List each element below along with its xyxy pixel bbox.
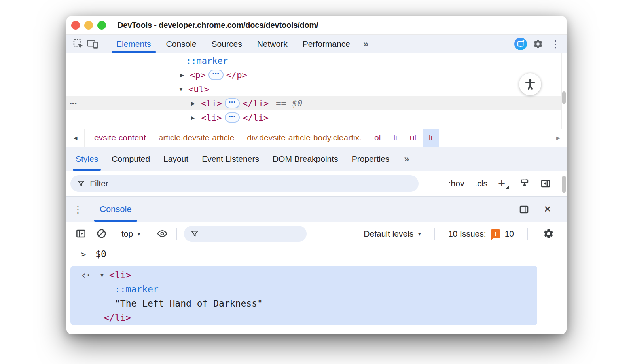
- tree-row-li-selected[interactable]: ••• ▶ <li> ••• </li> == $0: [66, 96, 567, 110]
- marker-pseudo-element[interactable]: ::marker: [115, 284, 159, 294]
- console-result-block[interactable]: ‹· ▼ <li> ::marker "The Left Hand of Dar…: [70, 266, 537, 325]
- collapsed-content-icon[interactable]: •••: [225, 112, 240, 123]
- chevron-down-icon: ▾: [418, 230, 421, 237]
- toggle-classes-button[interactable]: .cls: [475, 179, 487, 188]
- crumb-ul[interactable]: ul: [404, 129, 423, 147]
- expander-icon[interactable]: ▼: [178, 86, 188, 92]
- main-panel-tabs: Elements Console Sources Network Perform…: [109, 35, 374, 53]
- crumb-devsite-content[interactable]: evsite-content: [88, 129, 152, 147]
- tree-row-p[interactable]: ▶ <p> ••• </p>: [66, 68, 567, 82]
- toolbar-divider: [506, 38, 506, 50]
- rendering-emulations-brush-icon[interactable]: [519, 178, 530, 189]
- styles-scrollbar-thumb[interactable]: [562, 176, 566, 193]
- console-sidebar-icon[interactable]: [74, 227, 88, 241]
- javascript-context-dropdown[interactable]: top ▾: [121, 229, 140, 239]
- marker-pseudo-element[interactable]: ::marker: [186, 56, 228, 66]
- new-style-rule-button[interactable]: +: [498, 178, 509, 189]
- crumb-article[interactable]: article.devsite-article: [152, 129, 241, 147]
- minimize-window-button[interactable]: [84, 21, 93, 30]
- drawer-menu-kebab-icon[interactable]: ⋮: [66, 197, 89, 222]
- expander-icon[interactable]: ▶: [191, 115, 201, 121]
- filter-funnel-icon: [190, 229, 199, 238]
- console-command-row[interactable]: > $0: [66, 246, 567, 262]
- command-text: $0: [95, 249, 106, 259]
- tab-styles[interactable]: Styles: [69, 147, 105, 171]
- scrollbar-thumb[interactable]: [562, 91, 566, 104]
- settings-gear-icon[interactable]: [531, 37, 545, 51]
- crumb-li-selected[interactable]: li: [423, 129, 439, 147]
- tab-console[interactable]: Console: [159, 35, 204, 53]
- desktop-background: DevTools - developer.chrome.com/docs/dev…: [0, 0, 633, 364]
- live-expression-eye-icon[interactable]: [155, 227, 169, 241]
- devtools-window: DevTools - developer.chrome.com/docs/dev…: [66, 16, 567, 334]
- ai-assistance-icon[interactable]: [514, 37, 528, 51]
- devtools-toolbar: Elements Console Sources Network Perform…: [66, 35, 567, 53]
- corner-triangle-icon: [506, 186, 509, 189]
- tab-sources[interactable]: Sources: [204, 35, 250, 53]
- tab-network[interactable]: Network: [250, 35, 295, 53]
- dollar-zero-annotation: $0: [292, 99, 303, 108]
- more-actions-dots-icon[interactable]: •••: [70, 100, 77, 107]
- show-sidebar-icon[interactable]: [540, 178, 551, 189]
- issues-badge-icon: !: [491, 229, 500, 238]
- dock-drawer-icon[interactable]: [519, 204, 529, 215]
- tree-row-li[interactable]: ▶ <li> ••• </li>: [66, 110, 567, 125]
- command-prompt-icon: >: [81, 249, 86, 259]
- tab-elements[interactable]: Elements: [109, 35, 159, 53]
- clear-console-icon[interactable]: [94, 227, 108, 241]
- device-toolbar-icon[interactable]: [85, 37, 100, 51]
- tree-row-marker[interactable]: ::marker: [66, 53, 567, 68]
- toggle-hover-state-button[interactable]: :hov: [449, 179, 464, 188]
- chevron-down-icon: ▾: [137, 230, 140, 237]
- tab-layout[interactable]: Layout: [157, 147, 195, 171]
- tab-performance[interactable]: Performance: [295, 35, 358, 53]
- styles-filter-field[interactable]: [70, 175, 419, 192]
- accessibility-overlay-button[interactable]: [519, 73, 541, 95]
- tab-dom-breakpoints[interactable]: DOM Breakpoints: [266, 147, 345, 171]
- toolbar-divider: [104, 38, 104, 50]
- drawer-tab-console[interactable]: Console: [89, 197, 142, 222]
- close-window-button[interactable]: [71, 21, 80, 30]
- breadcrumb-forward-icon[interactable]: ▶: [556, 129, 560, 147]
- expander-icon[interactable]: ▼: [99, 272, 109, 278]
- collapsed-content-icon[interactable]: •••: [208, 70, 224, 80]
- styles-panel-tabs: Styles Computed Layout Event Listeners D…: [66, 147, 567, 171]
- breadcrumb: evsite-content article.devsite-article d…: [85, 129, 439, 147]
- console-messages: > $0 ‹· ▼ <li> ::marker "The Left Hand o…: [66, 246, 567, 334]
- tab-computed[interactable]: Computed: [105, 147, 157, 171]
- styles-scrollbar-track: [561, 171, 561, 196]
- more-tabs-icon[interactable]: »: [358, 35, 374, 53]
- styles-filter-toolbar: :hov .cls +: [66, 171, 567, 197]
- window-title: DevTools - developer.chrome.com/docs/dev…: [118, 21, 318, 30]
- styles-filter-input[interactable]: [90, 179, 419, 188]
- log-levels-dropdown[interactable]: Default levels ▾: [364, 229, 421, 239]
- more-style-tabs-icon[interactable]: »: [398, 147, 415, 171]
- elements-dom-tree: ::marker ▶ <p> ••• </p> ▼ <ul> ••• ▶ <li…: [66, 53, 567, 129]
- crumb-div-article-body[interactable]: div.devsite-article-body.clearfix.: [241, 129, 368, 147]
- close-drawer-icon[interactable]: ✕: [544, 204, 552, 215]
- tab-event-listeners[interactable]: Event Listeners: [195, 147, 266, 171]
- dom-tree-scrollbar[interactable]: [561, 53, 567, 129]
- title-bar: DevTools - developer.chrome.com/docs/dev…: [66, 16, 567, 35]
- crumb-li[interactable]: li: [387, 129, 403, 147]
- console-settings-gear-icon[interactable]: [541, 227, 555, 241]
- console-filter-field[interactable]: [184, 226, 307, 242]
- tab-properties[interactable]: Properties: [345, 147, 396, 171]
- expander-icon[interactable]: ▶: [180, 72, 190, 78]
- issues-counter[interactable]: 10 Issues: ! 10: [448, 229, 514, 239]
- dom-breadcrumb-bar: ◀ evsite-content article.devsite-article…: [66, 129, 567, 147]
- filter-funnel-icon: [77, 179, 85, 188]
- inspect-element-icon[interactable]: [71, 37, 85, 51]
- text-node-value: "The Left Hand of Darkness": [115, 298, 263, 309]
- zoom-window-button[interactable]: [97, 21, 106, 30]
- breadcrumb-back-icon[interactable]: ◀: [66, 129, 85, 147]
- tree-row-ul[interactable]: ▼ <ul>: [66, 82, 567, 96]
- collapsed-content-icon[interactable]: •••: [225, 98, 240, 108]
- console-toolbar: top ▾ Default levels ▾: [66, 222, 567, 246]
- crumb-ol[interactable]: ol: [368, 129, 387, 147]
- customize-devtools-icon[interactable]: ⋮: [548, 37, 563, 51]
- console-drawer-header: ⋮ Console ✕: [66, 197, 567, 222]
- returned-value-icon: ‹·: [81, 269, 91, 281]
- expander-icon[interactable]: ▶: [191, 100, 201, 106]
